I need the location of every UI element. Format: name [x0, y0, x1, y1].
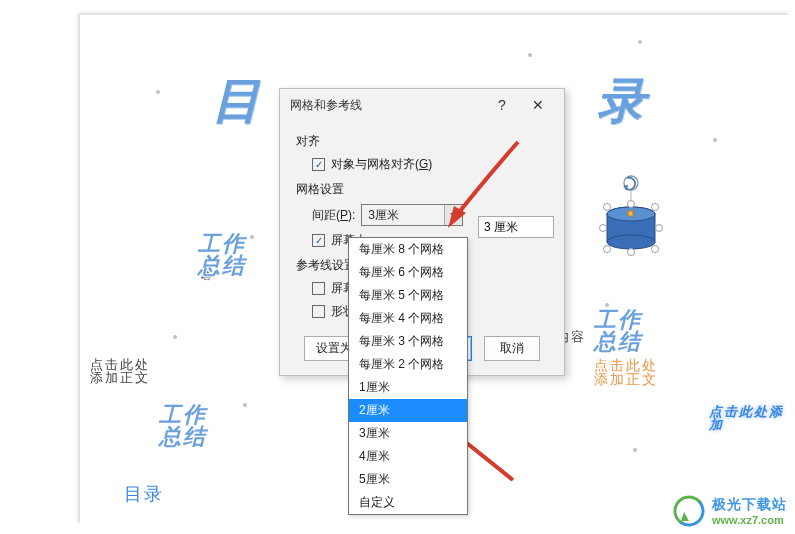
- align-label: 对象与网格对齐(G): [331, 156, 432, 173]
- dropdown-option[interactable]: 每厘米 2 个网格: [349, 353, 467, 376]
- dialog-titlebar[interactable]: 网格和参考线 ? ✕: [280, 89, 564, 119]
- dropdown-option[interactable]: 每厘米 3 个网格: [349, 330, 467, 353]
- help-button[interactable]: ?: [484, 95, 520, 115]
- cancel-button[interactable]: 取消: [484, 336, 540, 361]
- click-here-2[interactable]: 点击此处 添加正文: [594, 358, 658, 386]
- dropdown-option[interactable]: 3厘米: [349, 422, 467, 445]
- svg-point-10: [652, 204, 659, 211]
- spacing-dropdown: 每厘米 8 个网格 每厘米 6 个网格 每厘米 5 个网格 每厘米 4 个网格 …: [348, 237, 468, 515]
- screen2-checkbox[interactable]: [312, 282, 325, 295]
- shape-checkbox[interactable]: [312, 305, 325, 318]
- svg-point-5: [607, 235, 655, 249]
- dropdown-option[interactable]: 每厘米 6 个网格: [349, 261, 467, 284]
- section-align: 对齐: [296, 133, 548, 150]
- click-here-1[interactable]: 点击此处 添加正文: [90, 358, 150, 384]
- spacing-label: 间距(P):: [312, 207, 355, 224]
- toc-label: 目录: [124, 485, 164, 503]
- dropdown-option[interactable]: 每厘米 8 个网格: [349, 238, 467, 261]
- dropdown-option[interactable]: 每厘米 4 个网格: [349, 307, 467, 330]
- dropdown-option[interactable]: 1厘米: [349, 376, 467, 399]
- dropdown-option[interactable]: 4厘米: [349, 445, 467, 468]
- title-char-2: 录: [597, 77, 647, 125]
- spacing-combo[interactable]: 3厘米: [361, 204, 463, 226]
- screen-checkbox[interactable]: ✓: [312, 234, 325, 247]
- spacing-input-2[interactable]: 3 厘米: [478, 216, 554, 238]
- svg-point-12: [652, 246, 659, 253]
- summary-2a: 工作: [594, 309, 642, 331]
- summary-3a: 工作: [159, 404, 207, 426]
- svg-rect-17: [628, 211, 633, 216]
- svg-point-9: [604, 204, 611, 211]
- section-grid: 网格设置: [296, 181, 548, 198]
- dropdown-option[interactable]: 5厘米: [349, 468, 467, 491]
- watermark-text-2: www.xz7.com: [712, 514, 787, 526]
- summary-2b: 总结: [594, 331, 642, 353]
- watermark-text-1: 极光下载站: [712, 496, 787, 514]
- svg-marker-23: [681, 512, 689, 521]
- dialog-title: 网格和参考线: [290, 97, 484, 114]
- svg-point-14: [628, 249, 635, 256]
- svg-marker-18: [450, 213, 458, 218]
- align-checkbox[interactable]: ✓: [312, 158, 325, 171]
- watermark-logo-icon: [672, 494, 706, 528]
- dropdown-option[interactable]: 自定义: [349, 491, 467, 514]
- svg-point-22: [672, 494, 706, 528]
- summary-3b: 总结: [159, 426, 207, 448]
- svg-point-13: [628, 201, 635, 208]
- chevron-down-icon[interactable]: [444, 205, 462, 225]
- summary-1b: 总结: [198, 255, 246, 277]
- svg-point-16: [656, 225, 663, 232]
- close-button[interactable]: ✕: [520, 95, 556, 115]
- summary-1a: 工作: [198, 233, 246, 255]
- spacing-value: 3厘米: [362, 205, 444, 225]
- dropdown-option[interactable]: 每厘米 5 个网格: [349, 284, 467, 307]
- dropdown-option-selected[interactable]: 2厘米: [349, 399, 467, 422]
- svg-point-21: [672, 494, 706, 528]
- title-char-1: 目: [212, 77, 262, 125]
- watermark: 极光下载站 www.xz7.com: [672, 494, 787, 528]
- selected-shape[interactable]: [598, 175, 664, 260]
- svg-point-11: [604, 246, 611, 253]
- svg-point-15: [600, 225, 607, 232]
- click-here-3[interactable]: 点击此处添加: [709, 405, 790, 431]
